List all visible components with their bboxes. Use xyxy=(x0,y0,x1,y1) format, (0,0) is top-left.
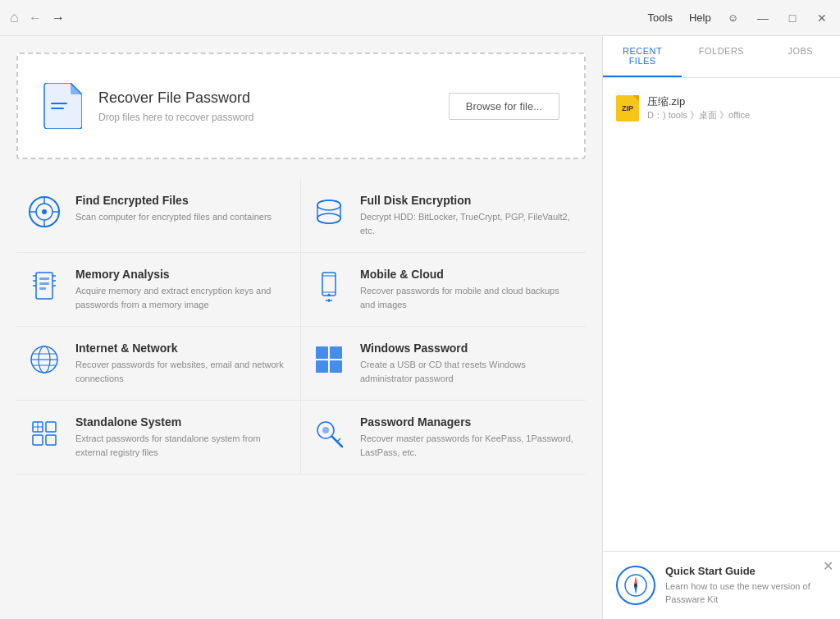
window-controls: — □ ✕ xyxy=(755,10,830,26)
windows-password-title: Windows Password xyxy=(360,342,576,355)
password-managers-desc: Recover master passwords for KeePass, 1P… xyxy=(360,432,576,459)
svg-line-45 xyxy=(337,438,340,442)
titlebar-left: ⌂ ← → xyxy=(10,9,65,26)
sidebar-content: ZIP 压缩.zip D：) tools 》桌面 》office xyxy=(603,78,840,551)
internet-network-text: Internet & Network Recover passwords for… xyxy=(75,342,290,385)
memory-analysis-text: Memory Analysis Acquire memory and extra… xyxy=(75,268,290,311)
svg-rect-33 xyxy=(330,346,342,359)
tab-jobs[interactable]: JOBS xyxy=(761,36,840,77)
close-button[interactable]: ✕ xyxy=(814,10,830,26)
maximize-button[interactable]: □ xyxy=(784,10,801,26)
svg-point-49 xyxy=(634,584,637,587)
feature-standalone-system[interactable]: Standalone System Extract passwords for … xyxy=(16,401,301,475)
help-menu[interactable]: Help xyxy=(689,11,711,24)
svg-rect-1 xyxy=(51,108,64,109)
windows-password-icon xyxy=(311,342,347,378)
drop-zone[interactable]: Recover File Password Drop files here to… xyxy=(16,53,586,159)
smiley-icon[interactable]: ☺ xyxy=(728,11,738,24)
quick-start-guide: Quick Start Guide Learn how to use the n… xyxy=(603,551,840,619)
mobile-cloud-text: Mobile & Cloud Recover passwords for mob… xyxy=(360,268,576,311)
find-encrypted-text: Find Encrypted Files Scan computer for e… xyxy=(75,194,272,224)
feature-internet-network[interactable]: Internet & Network Recover passwords for… xyxy=(16,327,301,401)
quick-start-text: Quick Start Guide Learn how to use the n… xyxy=(665,565,827,606)
full-disk-icon xyxy=(311,194,347,230)
titlebar: ⌂ ← → Tools Help ☺ — □ ✕ xyxy=(0,0,840,36)
svg-point-24 xyxy=(328,294,331,296)
quick-start-description: Learn how to use the new version of Pass… xyxy=(665,580,827,606)
svg-rect-34 xyxy=(316,360,328,373)
mobile-cloud-icon xyxy=(311,268,347,304)
drop-zone-left: Recover File Password Drop files here to… xyxy=(43,83,253,129)
zip-file-icon: ZIP xyxy=(616,95,639,122)
svg-rect-11 xyxy=(36,273,52,299)
standalone-system-title: Standalone System xyxy=(75,415,290,429)
svg-point-4 xyxy=(42,209,47,214)
forward-icon[interactable]: → xyxy=(52,11,65,25)
minimize-button[interactable]: — xyxy=(755,10,771,26)
feature-find-encrypted[interactable]: Find Encrypted Files Scan computer for e… xyxy=(16,179,301,253)
browse-file-button[interactable]: Browse for file... xyxy=(449,93,559,120)
svg-rect-35 xyxy=(330,360,342,373)
password-managers-text: Password Managers Recover master passwor… xyxy=(360,415,576,459)
full-disk-desc: Decrypt HDD: BitLocker, TrueCrypt, PGP, … xyxy=(360,210,576,237)
dropzone-subtitle: Drop files here to recover password xyxy=(98,112,253,123)
feature-memory-analysis[interactable]: Memory Analysis Acquire memory and extra… xyxy=(16,253,301,327)
home-icon[interactable]: ⌂ xyxy=(10,9,19,26)
password-managers-title: Password Managers xyxy=(360,415,576,429)
internet-network-title: Internet & Network xyxy=(75,342,290,355)
mobile-cloud-title: Mobile & Cloud xyxy=(360,268,576,281)
full-disk-title: Full Disk Encryption xyxy=(360,194,576,207)
password-managers-icon xyxy=(311,415,347,452)
full-disk-text: Full Disk Encryption Decrypt HDD: BitLoc… xyxy=(360,194,576,237)
sidebar: RECENT FILES FOLDERS JOBS ZIP 压缩.zip D：)… xyxy=(602,36,840,619)
svg-rect-13 xyxy=(39,282,49,285)
compass-icon xyxy=(616,566,655,605)
standalone-system-icon xyxy=(26,415,62,452)
find-encrypted-desc: Scan computer for encrypted files and co… xyxy=(75,210,272,224)
drop-text: Recover File Password Drop files here to… xyxy=(98,89,253,123)
back-icon[interactable]: ← xyxy=(29,11,42,25)
standalone-system-text: Standalone System Extract passwords for … xyxy=(75,415,290,459)
feature-grid: Find Encrypted Files Scan computer for e… xyxy=(16,179,586,475)
sidebar-tabs: RECENT FILES FOLDERS JOBS xyxy=(603,36,840,78)
recent-file-info: 压缩.zip D：) tools 》桌面 》office xyxy=(647,94,750,122)
svg-rect-32 xyxy=(316,346,328,359)
find-encrypted-icon xyxy=(26,194,62,230)
find-encrypted-title: Find Encrypted Files xyxy=(75,194,272,207)
feature-windows-password[interactable]: Windows Password Create a USB or CD that… xyxy=(301,327,586,401)
memory-analysis-title: Memory Analysis xyxy=(75,268,290,281)
memory-analysis-desc: Acquire memory and extract encryption ke… xyxy=(75,284,290,311)
quick-start-title: Quick Start Guide xyxy=(665,565,827,577)
svg-rect-39 xyxy=(46,435,56,445)
recent-file-item[interactable]: ZIP 压缩.zip D：) tools 》桌面 》office xyxy=(613,88,830,128)
feature-password-managers[interactable]: Password Managers Recover master passwor… xyxy=(301,401,586,475)
feature-full-disk[interactable]: Full Disk Encryption Decrypt HDD: BitLoc… xyxy=(301,179,586,253)
recent-file-name: 压缩.zip xyxy=(647,94,750,109)
tools-menu[interactable]: Tools xyxy=(648,11,673,24)
tab-recent-files[interactable]: RECENT FILES xyxy=(603,36,682,77)
svg-rect-0 xyxy=(51,103,67,104)
standalone-system-desc: Extract passwords for standalone system … xyxy=(75,432,290,459)
content-area: Recover File Password Drop files here to… xyxy=(0,36,602,619)
tab-folders[interactable]: FOLDERS xyxy=(682,36,760,77)
svg-rect-38 xyxy=(33,435,43,445)
titlebar-right: Tools Help ☺ — □ ✕ xyxy=(648,10,830,26)
memory-analysis-icon xyxy=(26,268,62,304)
dropzone-title: Recover File Password xyxy=(98,89,253,107)
file-icon xyxy=(43,83,82,129)
close-quick-start-button[interactable]: ✕ xyxy=(823,558,833,574)
svg-rect-12 xyxy=(39,277,49,280)
svg-rect-14 xyxy=(39,287,46,290)
windows-password-text: Windows Password Create a USB or CD that… xyxy=(360,342,576,385)
recent-file-path: D：) tools 》桌面 》office xyxy=(647,109,750,122)
svg-point-10 xyxy=(317,200,340,210)
mobile-cloud-desc: Recover passwords for mobile and cloud b… xyxy=(360,284,576,311)
main-layout: Recover File Password Drop files here to… xyxy=(0,36,840,619)
svg-point-43 xyxy=(322,427,329,433)
internet-network-desc: Recover passwords for websites, email an… xyxy=(75,358,290,385)
svg-rect-37 xyxy=(46,422,56,432)
feature-mobile-cloud[interactable]: Mobile & Cloud Recover passwords for mob… xyxy=(301,253,586,327)
windows-password-desc: Create a USB or CD that resets Windows a… xyxy=(360,358,576,385)
internet-network-icon xyxy=(26,342,62,378)
